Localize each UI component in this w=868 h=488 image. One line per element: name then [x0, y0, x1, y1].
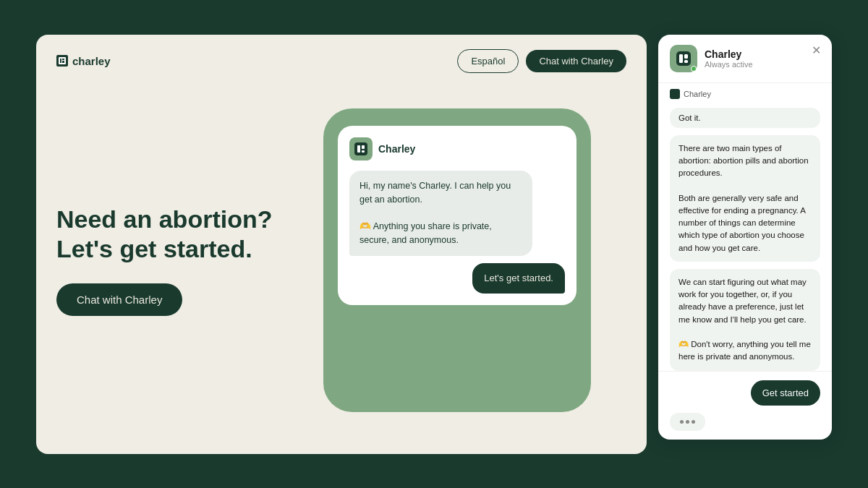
get-started-button[interactable]: Get started: [751, 380, 820, 406]
chat-footer: Get started: [658, 371, 832, 440]
svg-rect-7: [362, 150, 365, 153]
typing-dot-2: [686, 420, 689, 424]
svg-rect-4: [354, 142, 367, 155]
left-content: Need an abortion? Let's get started. Cha…: [56, 205, 273, 317]
logo-text: charley: [72, 55, 111, 67]
svg-rect-11: [684, 60, 688, 63]
typing-dot-3: [692, 420, 695, 424]
chat-brand-text: Charley: [684, 90, 711, 98]
phone-messages: Hi, my name's Charley. I can help you ge…: [349, 171, 565, 294]
header: charley Español Chat with Charley: [36, 35, 647, 87]
svg-rect-9: [679, 54, 683, 63]
svg-rect-10: [684, 54, 688, 59]
phone-user-message: Let's get started.: [472, 263, 565, 294]
phone-bot-avatar: [349, 137, 373, 160]
phone-header: Charley: [349, 137, 565, 160]
typing-dot-1: [680, 420, 684, 424]
header-chat-button[interactable]: Chat with Charley: [526, 50, 626, 72]
header-buttons: Español Chat with Charley: [457, 49, 626, 73]
hero-chat-button[interactable]: Chat with Charley: [56, 283, 182, 316]
typing-indicator: [670, 413, 705, 431]
phone-area: Charley Hi, my name's Charley. I can hel…: [288, 108, 626, 412]
hero-title: Need an abortion? Let's get started.: [56, 205, 273, 264]
outer-container: charley Español Chat with Charley Need a…: [36, 35, 832, 454]
chat-brand-icon: [670, 89, 680, 99]
chat-panel-info: Charley Always active: [705, 48, 753, 69]
chat-message-2: There are two main types of abortion: ab…: [670, 135, 820, 262]
main-content: Need an abortion? Let's get started. Cha…: [36, 87, 647, 454]
active-dot: [691, 66, 697, 72]
chat-panel: Charley Always active ✕ Charley Got it. …: [658, 35, 832, 440]
chat-message-1: Got it.: [670, 108, 820, 128]
svg-rect-2: [62, 59, 64, 60]
svg-rect-5: [357, 145, 360, 153]
close-button[interactable]: ✕: [809, 43, 823, 58]
chat-message-3: We can start figuring out what may work …: [670, 269, 820, 371]
charley-logo-icon: [56, 55, 68, 67]
svg-rect-3: [62, 61, 64, 63]
logo: charley: [56, 55, 111, 67]
svg-rect-8: [676, 51, 691, 66]
phone-bot-message: Hi, my name's Charley. I can help you ge…: [349, 171, 532, 256]
espanol-button[interactable]: Español: [457, 49, 519, 73]
phone-card: Charley Hi, my name's Charley. I can hel…: [338, 126, 576, 305]
chat-brand: Charley: [658, 83, 832, 102]
phone-mockup: Charley Hi, my name's Charley. I can hel…: [323, 108, 591, 412]
main-panel: charley Español Chat with Charley Need a…: [36, 35, 647, 454]
chat-bot-avatar: [670, 45, 697, 72]
chat-panel-header: Charley Always active ✕: [658, 35, 832, 83]
svg-rect-6: [362, 145, 365, 149]
phone-bot-name: Charley: [378, 143, 415, 155]
chat-messages: Got it. There are two main types of abor…: [658, 102, 832, 371]
chat-panel-status: Always active: [705, 60, 753, 69]
svg-rect-1: [60, 59, 61, 63]
chat-panel-bot-name: Charley: [705, 48, 753, 60]
